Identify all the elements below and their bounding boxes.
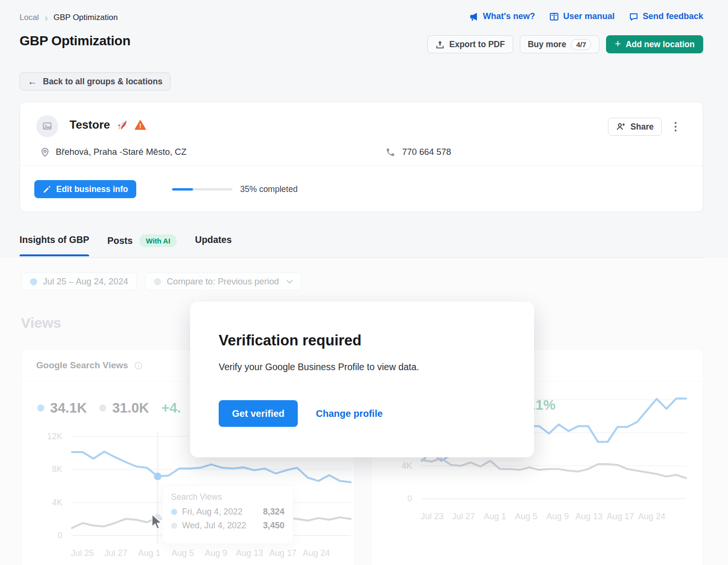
svg-text:Aug 1: Aug 1: [138, 548, 161, 558]
modal-title: Verification required: [219, 332, 506, 349]
svg-text:8K: 8K: [52, 464, 62, 474]
progress-bar: [172, 188, 233, 191]
pencil-icon: [42, 185, 51, 194]
svg-text:4K: 4K: [52, 498, 62, 507]
previous-series-dot: [99, 404, 106, 412]
svg-text:Aug 1: Aug 1: [484, 512, 506, 521]
megaphone-icon: [469, 12, 479, 21]
divider: [20, 165, 703, 166]
current-series-dot: [171, 509, 177, 515]
current-period-dot: [30, 278, 37, 285]
chevron-right-icon: ›: [45, 13, 48, 22]
change-value: .1%: [532, 397, 556, 413]
svg-text:12K: 12K: [47, 432, 62, 441]
svg-text:Aug 13: Aug 13: [576, 512, 603, 521]
card-title: Google Search Views: [36, 360, 128, 371]
tooltip-row: Fri, Aug 4, 2022 8,324: [171, 507, 284, 517]
edit-business-info-button[interactable]: Edit business info: [34, 180, 136, 198]
profile-completion: 35% completed: [172, 180, 298, 198]
compare-to-select[interactable]: Compare to: Previous period: [145, 272, 302, 291]
header-links: What's new? User manual Send feedback: [469, 11, 703, 21]
send-feedback-link[interactable]: Send feedback: [629, 11, 703, 21]
svg-text:Jul 27: Jul 27: [452, 512, 475, 521]
phone-icon: [385, 147, 395, 157]
business-address: Břehová, Praha -Staré Město, CZ: [56, 147, 187, 157]
breadcrumb-local[interactable]: Local: [20, 13, 39, 22]
buy-more-button[interactable]: Buy more 4/7: [520, 35, 600, 53]
current-series-dot: [37, 404, 44, 412]
business-address-row: Břehová, Praha -Staré Město, CZ: [40, 147, 187, 157]
modal-body: Verify your Google Business Profile to v…: [219, 362, 506, 373]
chart-tooltip: Search Views Fri, Aug 4, 2022 8,324 Wed,…: [162, 485, 293, 544]
svg-text:Aug 24: Aug 24: [303, 548, 330, 558]
svg-text:Jul 23: Jul 23: [421, 512, 444, 521]
business-name: Testore: [70, 118, 110, 131]
business-name-row: Testore: [70, 118, 146, 131]
location-pin-icon: [40, 147, 50, 157]
whats-new-link[interactable]: What's new?: [469, 11, 535, 21]
progress-fill: [172, 188, 193, 191]
change-value: +4.: [162, 400, 181, 416]
export-icon: [435, 40, 445, 49]
tab-insights-of-gbp[interactable]: Insights of GBP: [20, 234, 89, 256]
svg-text:Aug 17: Aug 17: [607, 512, 634, 521]
date-range-picker[interactable]: Jul 25 – Aug 24, 2024: [21, 272, 137, 291]
person-add-icon: [616, 122, 626, 131]
tab-bar: Insights of GBP Posts With AI Updates: [20, 234, 703, 258]
plus-icon: +: [615, 39, 621, 49]
back-to-groups-button[interactable]: ← Back to all groups & locations: [20, 72, 171, 91]
mouse-cursor: [151, 514, 163, 530]
buy-more-count-badge: 4/7: [571, 39, 591, 50]
views-section-heading: Views: [21, 315, 61, 331]
svg-text:0: 0: [407, 494, 412, 504]
page-title: GBP Optimization: [20, 33, 131, 49]
previous-period-dot: [154, 278, 161, 285]
business-phone-row: 770 664 578: [385, 147, 451, 157]
tooltip-row: Wed, Jul 4, 2022 3,450: [171, 521, 284, 531]
tab-posts[interactable]: Posts With AI: [107, 234, 177, 258]
chevron-down-icon: [286, 280, 293, 284]
gbp-optimization-page: Local › GBP Optimization What's new? Use…: [0, 0, 728, 565]
avatar: [36, 115, 58, 137]
user-manual-link[interactable]: User manual: [549, 11, 615, 21]
get-verified-button[interactable]: Get verified: [219, 400, 298, 427]
image-placeholder-icon: [42, 121, 52, 131]
change-profile-link[interactable]: Change profile: [316, 408, 383, 419]
svg-text:Aug 9: Aug 9: [546, 512, 569, 521]
feedback-icon: [629, 12, 638, 21]
verification-modal: Verification required Verify your Google…: [190, 302, 534, 457]
business-card: Testore Share Břehová, Praha -Staré Měst…: [20, 101, 703, 212]
previous-series-dot: [171, 523, 177, 529]
warning-icon: [134, 119, 146, 131]
breadcrumb: Local › GBP Optimization: [20, 13, 118, 22]
breadcrumb-current: GBP Optimization: [53, 13, 118, 22]
svg-text:4K: 4K: [402, 461, 412, 471]
previous-value: 31.0K: [112, 400, 149, 416]
filter-row: Jul 25 – Aug 24, 2024 Compare to: Previo…: [21, 272, 302, 291]
svg-text:Aug 13: Aug 13: [236, 548, 263, 558]
svg-text:Aug 24: Aug 24: [638, 512, 665, 521]
arrow-left-icon: ←: [28, 77, 37, 86]
progress-label: 35% completed: [240, 184, 298, 194]
header-actions: Export to PDF Buy more 4/7 + Add new loc…: [427, 35, 703, 53]
modal-actions: Get verified Change profile: [219, 400, 506, 427]
add-new-location-button[interactable]: + Add new location: [606, 35, 703, 53]
tab-updates[interactable]: Updates: [195, 234, 232, 256]
svg-text:Jul 25: Jul 25: [71, 548, 94, 558]
info-icon[interactable]: [134, 361, 143, 370]
rocket-icon: [116, 119, 129, 131]
more-options-button[interactable]: [668, 119, 683, 134]
export-pdf-button[interactable]: Export to PDF: [427, 35, 513, 53]
book-icon: [549, 12, 559, 21]
svg-text:Aug 5: Aug 5: [172, 548, 194, 558]
business-phone: 770 664 578: [402, 147, 451, 157]
with-ai-badge: With AI: [139, 234, 177, 247]
share-button[interactable]: Share: [608, 118, 662, 136]
svg-text:Aug 9: Aug 9: [205, 548, 227, 558]
current-value: 34.1K: [50, 400, 87, 416]
tooltip-title: Search Views: [171, 492, 284, 502]
svg-text:Aug 17: Aug 17: [269, 548, 296, 558]
svg-text:Aug 5: Aug 5: [515, 512, 537, 521]
svg-text:Jul 27: Jul 27: [104, 548, 127, 558]
svg-text:0: 0: [58, 531, 62, 540]
